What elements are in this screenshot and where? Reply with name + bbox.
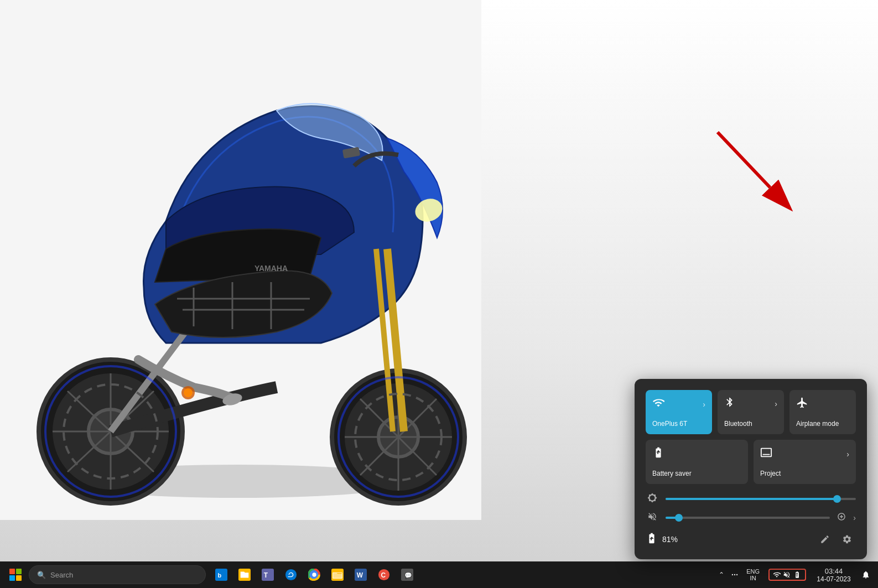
edit-button[interactable]: [816, 530, 834, 548]
svg-point-22: [184, 388, 193, 397]
svg-text:b: b: [218, 572, 222, 579]
volume-track[interactable]: [666, 517, 830, 519]
svg-text:C: C: [381, 571, 386, 579]
battery-icon: [646, 532, 658, 547]
clock-date: 14-07-2023: [817, 575, 850, 583]
bluetooth-label: Bluetooth: [724, 420, 752, 428]
bing-app[interactable]: b: [210, 564, 232, 586]
file-explorer-app[interactable]: [233, 564, 256, 586]
quick-settings-panel: › OnePlus 6T › Bluetooth: [635, 379, 867, 559]
dots-icon: [731, 571, 739, 579]
quick-tiles-bottom-row: Battery saver › Project: [646, 440, 856, 484]
project-icon: [760, 446, 772, 461]
windows-logo: [9, 569, 22, 581]
battery-saver-tile-top: [652, 446, 741, 461]
win-logo-green: [16, 569, 22, 574]
win-logo-blue: [9, 575, 15, 581]
copilot-app[interactable]: C: [373, 564, 395, 586]
svg-point-43: [732, 574, 733, 575]
volume-expand-chevron[interactable]: ›: [853, 513, 856, 522]
win-logo-yellow: [16, 575, 22, 581]
settings-button[interactable]: [838, 530, 856, 548]
tray-overflow[interactable]: ⌃: [716, 564, 726, 586]
airplane-mode-tile[interactable]: Airplane mode: [789, 390, 856, 434]
taskbar: 🔍 Search b T W C 💬: [0, 561, 878, 588]
svg-text:W: W: [357, 571, 363, 579]
battery-saver-icon: [652, 446, 664, 461]
project-tile[interactable]: › Project: [754, 440, 856, 484]
file-manager-app[interactable]: [326, 564, 349, 586]
svg-text:T: T: [264, 571, 268, 579]
tray-apps-icon[interactable]: [729, 564, 741, 586]
svg-point-33: [285, 569, 297, 580]
battery-info: 81%: [646, 532, 678, 547]
volume-tray-icon: [783, 571, 791, 579]
project-chevron[interactable]: ›: [846, 450, 849, 459]
win-logo-red: [9, 569, 15, 574]
svg-point-45: [736, 574, 737, 575]
wifi-label: OnePlus 6T: [652, 420, 687, 428]
edge-app[interactable]: [280, 564, 302, 586]
language-name: ENG: [746, 568, 760, 575]
language-indicator[interactable]: ENG IN: [743, 567, 763, 582]
start-button[interactable]: [4, 564, 27, 586]
wifi-tray-icon: [773, 571, 781, 579]
bluetooth-chevron[interactable]: ›: [775, 399, 777, 408]
search-icon: 🔍: [37, 571, 46, 579]
search-label: Search: [50, 571, 73, 579]
notification-icon: [861, 570, 870, 579]
wifi-tile-top: ›: [652, 397, 705, 412]
teams-app[interactable]: T: [257, 564, 279, 586]
battery-saver-tile[interactable]: Battery saver: [646, 440, 748, 484]
system-tray: ⌃ ENG IN: [716, 564, 874, 586]
system-icons-group: [768, 569, 806, 581]
volume-slider-row: ›: [646, 512, 856, 524]
svg-point-44: [734, 574, 735, 575]
volume-fill: [666, 517, 679, 519]
wifi-tile[interactable]: › OnePlus 6T: [646, 390, 712, 434]
extra-app[interactable]: 💬: [396, 564, 418, 586]
brightness-track[interactable]: [666, 498, 856, 500]
project-label: Project: [760, 470, 781, 477]
volume-mute-icon: [646, 512, 659, 524]
clock[interactable]: 03:44 14-07-2023: [812, 566, 856, 584]
search-bar[interactable]: 🔍 Search: [29, 565, 206, 584]
action-center-button[interactable]: [858, 564, 874, 586]
clock-time: 03:44: [825, 567, 843, 575]
tray-system-icons[interactable]: [765, 564, 809, 586]
airplane-tile-top: [796, 397, 849, 412]
brightness-fill: [666, 498, 837, 500]
svg-text:YAMAHA: YAMAHA: [254, 264, 288, 273]
tray-overflow-icon: ⌃: [719, 571, 724, 579]
motorcycle-image: YAMAHA: [0, 0, 481, 520]
battery-percent: 81%: [662, 535, 678, 544]
svg-point-35: [312, 573, 316, 576]
battery-saver-label: Battery saver: [652, 470, 692, 477]
airplane-label: Airplane mode: [796, 420, 839, 428]
battery-tray-icon: [793, 571, 802, 579]
airplane-icon: [796, 397, 808, 412]
chrome-app[interactable]: [303, 564, 325, 586]
word-app[interactable]: W: [350, 564, 372, 586]
pinned-apps: b T W C 💬: [210, 564, 716, 586]
wifi-icon: [652, 397, 664, 412]
bluetooth-icon: [724, 397, 735, 410]
brightness-thumb: [833, 495, 841, 503]
project-tile-top: ›: [760, 446, 849, 461]
language-region: IN: [750, 575, 756, 581]
volume-thumb: [675, 514, 683, 522]
bluetooth-tile-top: ›: [724, 397, 777, 410]
wifi-chevron[interactable]: ›: [703, 400, 705, 409]
brightness-slider-row: [646, 493, 856, 505]
bluetooth-tile[interactable]: › Bluetooth: [718, 390, 784, 434]
quick-settings-footer: 81%: [646, 530, 856, 548]
svg-text:💬: 💬: [404, 571, 412, 579]
audio-output-icon[interactable]: [837, 512, 846, 524]
footer-actions: [816, 530, 856, 548]
quick-tiles-top-row: › OnePlus 6T › Bluetooth: [646, 390, 856, 434]
brightness-icon: [646, 493, 659, 505]
